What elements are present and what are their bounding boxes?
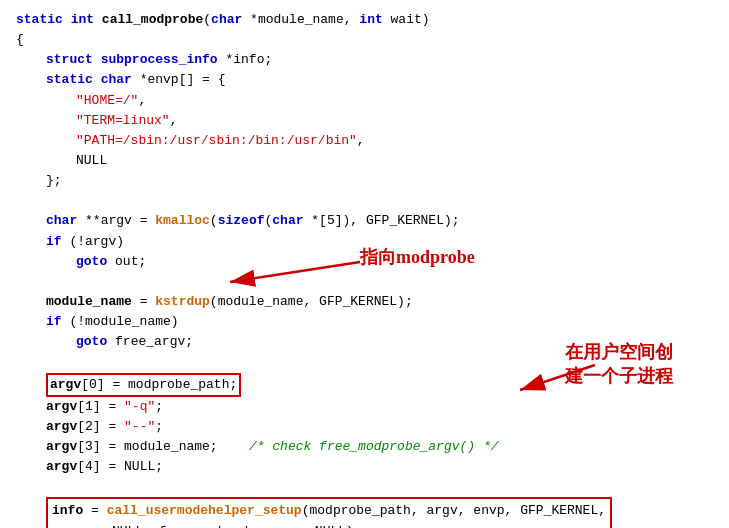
envp-term: "TERM=linux", <box>76 111 713 131</box>
argv-malloc: char **argv = kmalloc(sizeof(char *[5]),… <box>46 211 713 231</box>
argv0-line: argv[0] = modprobe_path; <box>46 373 713 397</box>
function-signature: static int call_modprobe(char *module_na… <box>16 10 713 30</box>
envp-close: }; <box>46 171 713 191</box>
envp-decl: static char *envp[] = { <box>46 70 713 90</box>
argv-if: if (!argv) <box>46 232 713 252</box>
argv4-line: argv[4] = NULL; <box>46 457 713 477</box>
module-if: if (!module_name) <box>46 312 713 332</box>
open-brace: { <box>16 30 713 50</box>
blank1 <box>16 191 713 211</box>
usermodehelper-line2: NULL, free_modprobe_argv, NULL); <box>112 522 606 528</box>
struct-line: struct subprocess_info *info; <box>46 50 713 70</box>
argv1-line: argv[1] = "-q"; <box>46 397 713 417</box>
goto-out: goto out; <box>76 252 713 272</box>
usermodehelper-line1: info = call_usermodehelper_setup(modprob… <box>52 501 606 521</box>
code-block: static int call_modprobe(char *module_na… <box>0 0 729 528</box>
goto-free-argv: goto free_argv; <box>76 332 713 352</box>
blank3 <box>16 352 713 372</box>
argv2-line: argv[2] = "--"; <box>46 417 713 437</box>
envp-null: NULL <box>76 151 713 171</box>
envp-path: "PATH=/sbin:/usr/sbin:/bin:/usr/bin", <box>76 131 713 151</box>
kstrdup-line: module_name = kstrdup(module_name, GFP_K… <box>46 292 713 312</box>
argv3-line: argv[3] = module_name; /* check free_mod… <box>46 437 713 457</box>
blank2 <box>16 272 713 292</box>
blank4 <box>16 477 713 497</box>
envp-home: "HOME=/", <box>76 91 713 111</box>
usermodehelper-box: info = call_usermodehelper_setup(modprob… <box>46 497 612 528</box>
